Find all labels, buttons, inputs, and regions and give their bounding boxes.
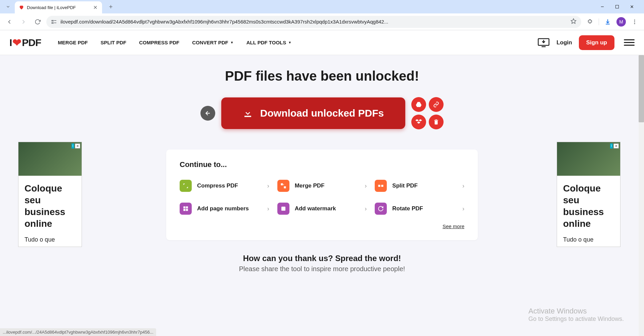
svg-rect-31 (183, 209, 185, 211)
svg-rect-32 (186, 209, 188, 211)
split-icon (375, 180, 387, 192)
continue-item-rotate[interactable]: Rotate PDF › (375, 200, 464, 217)
continue-item-compress[interactable]: Compress PDF › (180, 177, 269, 195)
continue-item-label: Split PDF (392, 182, 457, 189)
site-settings-icon[interactable] (51, 19, 57, 25)
chevron-right-icon: › (462, 182, 464, 190)
svg-point-14 (634, 19, 635, 20)
svg-rect-20 (244, 116, 251, 117)
ad-close-icon[interactable]: ✕ (613, 143, 619, 149)
scrollbar-thumb[interactable] (639, 55, 644, 122)
continue-item-watermark[interactable]: Add watermark › (277, 200, 367, 217)
save-dropbox-button[interactable] (411, 115, 426, 129)
heart-icon: ❤ (12, 36, 21, 49)
logo-suffix: PDF (22, 37, 41, 48)
nav-compress-pdf[interactable]: COMPRESS PDF (139, 40, 179, 45)
go-back-button[interactable] (200, 106, 215, 121)
ad-right[interactable]: i✕ Coloque seu business online Tudo o qu… (557, 142, 620, 247)
save-google-drive-button[interactable] (411, 97, 426, 112)
tab-close-icon[interactable] (93, 5, 98, 10)
extensions-icon[interactable] (585, 16, 595, 27)
downloads-icon[interactable] (602, 16, 613, 27)
continue-grid: Compress PDF › Merge PDF › Split PDF › A… (180, 177, 464, 217)
nav-split-pdf[interactable]: SPLIT PDF (101, 40, 127, 45)
minimize-icon[interactable] (598, 3, 606, 11)
ad-left[interactable]: i✕ Coloque seu business online Tudo o qu… (18, 142, 82, 247)
address-bar: ilovepdf.com/download/24A5d864vdlpt7vghb… (0, 13, 644, 30)
continue-title: Continue to... (180, 160, 464, 169)
main-content: PDF files have been unlocked! Download u… (0, 55, 644, 336)
nav-convert-pdf[interactable]: CONVERT PDF▼ (192, 40, 233, 45)
svg-marker-24 (417, 121, 420, 124)
chevron-right-icon: › (267, 182, 269, 190)
nav-all-tools[interactable]: ALL PDF TOOLS▼ (246, 40, 292, 45)
see-more-link[interactable]: See more (443, 223, 464, 229)
svg-marker-21 (416, 102, 422, 107)
delete-button[interactable] (429, 115, 444, 129)
ad-image: i✕ (557, 142, 620, 176)
scrollbar[interactable] (639, 55, 644, 336)
logo-prefix: I (9, 37, 12, 48)
bookmark-star-icon[interactable] (570, 18, 577, 25)
thank-section: How can you thank us? Spread the word! P… (0, 254, 644, 273)
chevron-down-icon: ▼ (288, 41, 291, 44)
rotate-icon (375, 203, 387, 215)
continue-item-split[interactable]: Split PDF › (375, 177, 464, 195)
reload-button[interactable] (32, 16, 43, 27)
windows-activation-watermark: Activate Windows Go to Settings to activ… (528, 307, 624, 323)
tab-favicon-icon (19, 5, 24, 10)
profile-avatar[interactable]: M (616, 17, 626, 27)
browser-menu-icon[interactable] (629, 16, 640, 27)
compress-icon (180, 180, 192, 192)
share-link-button[interactable] (429, 97, 444, 112)
ad-info-icon[interactable]: i (72, 143, 74, 149)
desktop-app-icon[interactable] (538, 38, 550, 47)
continue-item-label: Add watermark (295, 205, 360, 212)
logo[interactable]: I ❤ PDF (9, 36, 41, 49)
chevron-right-icon: › (462, 205, 464, 212)
hamburger-menu-icon[interactable] (624, 39, 635, 46)
toolbar-divider (599, 18, 599, 25)
svg-rect-30 (186, 206, 188, 208)
browser-chrome: Download file | iLovePDF ilovepdf.com/do… (0, 0, 644, 30)
site-header: I ❤ PDF MERGE PDF SPLIT PDF COMPRESS PDF… (0, 30, 644, 55)
forward-button[interactable] (18, 16, 29, 27)
svg-rect-26 (284, 186, 286, 188)
ad-badge: i✕ (610, 143, 619, 149)
close-window-icon[interactable] (628, 3, 636, 11)
chevron-right-icon: › (267, 205, 269, 212)
ad-subtext: Tudo o que (557, 236, 620, 247)
login-link[interactable]: Login (556, 39, 572, 46)
svg-marker-23 (419, 119, 422, 122)
ad-image: i✕ (18, 142, 82, 176)
svg-rect-25 (281, 183, 283, 185)
svg-rect-27 (378, 185, 380, 187)
browser-tab[interactable]: Download file | iLovePDF (15, 1, 102, 13)
signup-button[interactable]: Sign up (579, 35, 614, 50)
download-button[interactable]: Download unlocked PDFs (221, 97, 405, 129)
tab-search-dropdown[interactable] (3, 1, 13, 12)
ad-subtext: Tudo o que (18, 236, 82, 247)
svg-rect-5 (616, 5, 619, 8)
url-field[interactable]: ilovepdf.com/download/24A5d864vdlpt7vghb… (46, 16, 581, 28)
svg-rect-9 (52, 23, 53, 23)
download-label: Download unlocked PDFs (260, 108, 384, 119)
continue-item-label: Merge PDF (295, 182, 360, 189)
svg-point-16 (634, 23, 635, 24)
svg-marker-12 (571, 19, 576, 24)
svg-point-15 (634, 21, 635, 22)
ad-headline: Coloque seu business online (18, 176, 82, 236)
ad-close-icon[interactable]: ✕ (75, 143, 80, 149)
watermark-icon (277, 203, 289, 215)
svg-marker-22 (415, 119, 419, 122)
continue-item-label: Add page numbers (197, 205, 262, 212)
nav-merge-pdf[interactable]: MERGE PDF (58, 40, 88, 45)
new-tab-button[interactable] (106, 2, 116, 11)
continue-item-label: Compress PDF (197, 182, 262, 189)
maximize-icon[interactable] (613, 3, 621, 11)
continue-item-pagenumbers[interactable]: Add page numbers › (180, 200, 269, 217)
continue-item-merge[interactable]: Merge PDF › (277, 177, 367, 195)
svg-rect-8 (52, 20, 53, 21)
ad-info-icon[interactable]: i (610, 143, 613, 149)
back-button[interactable] (4, 16, 15, 27)
